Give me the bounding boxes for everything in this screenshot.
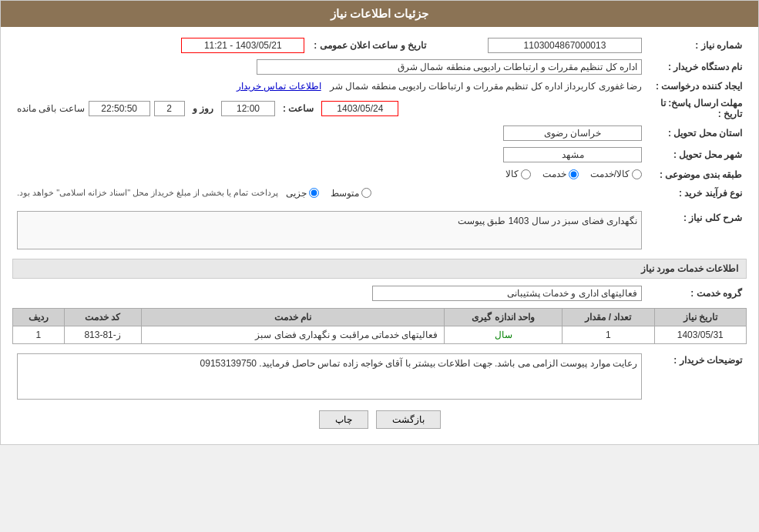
col-name-khadamat: نام خدمت <box>141 308 445 326</box>
tabaqe-radio-group: کالا/خدمت خدمت کالا <box>505 169 642 179</box>
mohlet-saet-label: ساعت : <box>283 103 314 114</box>
cell-radif: 1 <box>13 326 65 343</box>
tabaqe-label: طبقه بندی موضوعی : <box>646 166 747 185</box>
cell-name: فعالیتهای خدماتی مراقبت و نگهداری فضای س… <box>141 326 445 343</box>
tabaqe-option-kala[interactable]: کالا <box>505 169 531 179</box>
shomara-niaz-value: 1103004867000013 <box>488 38 642 53</box>
ijad-konande-value: رضا غفوری کاربرداز اداره کل تنظیم مقررات… <box>330 81 642 92</box>
farayand-radio-group: متوسط جزیی <box>286 188 371 199</box>
tarikh-saet-label: تاریخ و ساعت اعلان عمومی : <box>309 35 431 56</box>
cell-tedad: 1 <box>563 326 654 343</box>
grooh-value: فعالیتهای اداری و خدمات پشتیبانی <box>372 286 642 301</box>
table-row: 1403/05/31 1 سال فعالیتهای خدماتی مراقبت… <box>13 326 747 343</box>
mohlet-saet: 12:00 <box>221 101 275 116</box>
nooe-farayand-note: پرداخت تمام یا بخشی از مبلغ خریداز محل "… <box>17 188 278 198</box>
nam-dastgah-value: اداره کل تنظیم مقررات و ارتباطات رادیویی… <box>257 59 642 75</box>
shahr-label: شهر محل تحویل : <box>646 144 747 166</box>
sharh-label: شرح کلی نیاز : <box>646 208 747 253</box>
mohlet-saet-mande: 22:50:50 <box>89 101 150 116</box>
ijad-konande-link[interactable]: اطلاعات تماس خریدار <box>237 81 321 92</box>
mohlet-label: مهلت ارسال پاسخ: تا تاریخ : <box>646 95 747 122</box>
services-section-header: اطلاعات خدمات مورد نیاز <box>12 259 747 279</box>
col-code-khadamat: کد خدمت <box>64 308 141 326</box>
shomara-niaz-label: شماره نیاز : <box>646 35 747 56</box>
page-title: جزئیات اطلاعات نیاز <box>331 7 428 20</box>
ostan-value: خراسان رضوی <box>503 125 642 141</box>
mohlet-date: 1403/05/24 <box>321 101 398 116</box>
cell-vahed: سال <box>445 326 563 343</box>
back-button[interactable]: بازگشت <box>376 410 441 429</box>
tabaqe-option-khadamat[interactable]: خدمت <box>542 169 579 179</box>
footer-buttons: بازگشت چاپ <box>12 403 747 437</box>
shahr-value: مشهد <box>503 147 642 162</box>
nam-dastgah-label: نام دستگاه خریدار : <box>646 56 747 78</box>
page-header: جزئیات اطلاعات نیاز <box>1 1 758 27</box>
ostan-label: استان محل تحویل : <box>646 122 747 144</box>
sharh-value: نگهداری فضای سبز در سال 1403 طبق پیوست <box>17 211 642 249</box>
grooh-label: گروه خدمت : <box>646 283 747 304</box>
tarikh-saet-value: 1403/05/21 - 11:21 <box>181 38 304 53</box>
farayand-option-jozii[interactable]: جزیی <box>286 188 319 199</box>
cell-tarikh: 1403/05/31 <box>654 326 746 343</box>
mohlet-rooz: 2 <box>154 101 185 116</box>
mohlet-saet-mande-label: ساعت باقی مانده <box>17 103 85 114</box>
col-vahed: واحد اندازه گیری <box>445 308 563 326</box>
farayand-option-motevaset[interactable]: متوسط <box>331 188 371 199</box>
tawzihat-value: رعایت موارد پیوست الزامی می باشد. جهت اط… <box>17 353 642 400</box>
nooe-farayand-label: نوع فرآیند خرید : <box>646 185 747 202</box>
cell-code: ز-81-813 <box>64 326 141 343</box>
tabaqe-option-kala-khadamat[interactable]: کالا/خدمت <box>590 169 642 179</box>
services-table: تاریخ نیاز تعداد / مقدار واحد اندازه گیر… <box>12 308 747 344</box>
col-tedad: تعداد / مقدار <box>563 308 654 326</box>
col-tarikh: تاریخ نیاز <box>654 308 746 326</box>
ijad-konande-label: ایجاد کننده درخواست : <box>646 78 747 95</box>
print-button[interactable]: چاپ <box>319 410 368 429</box>
tawzihat-label: توضیحات خریدار : <box>646 350 747 403</box>
mohlet-rooz-label: روز و <box>193 103 213 114</box>
col-radif: ردیف <box>13 308 65 326</box>
